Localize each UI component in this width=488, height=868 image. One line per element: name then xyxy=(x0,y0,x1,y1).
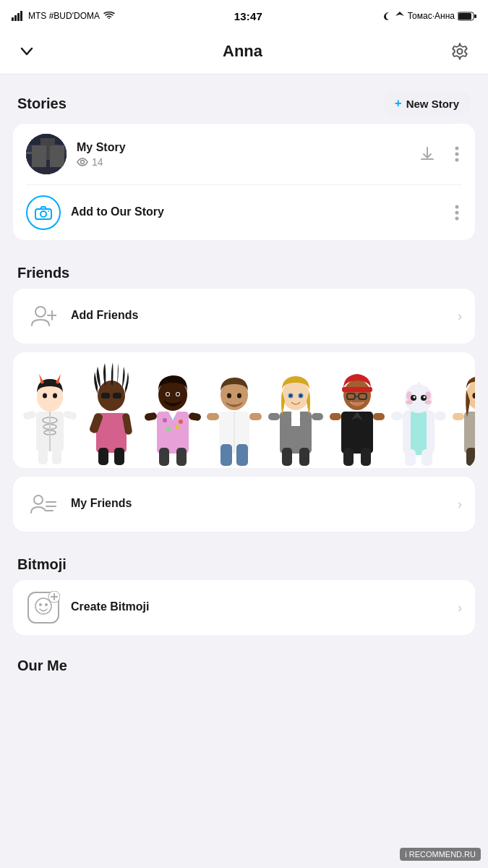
download-button[interactable] xyxy=(416,142,439,166)
svg-rect-99 xyxy=(342,387,372,392)
bitmoji-char-2 xyxy=(80,359,142,468)
svg-point-61 xyxy=(163,418,167,422)
moon-icon xyxy=(382,11,392,21)
svg-rect-87 xyxy=(299,448,309,466)
svg-rect-66 xyxy=(159,448,169,466)
svg-rect-3 xyxy=(20,11,22,21)
my-story-card: My Story 14 xyxy=(13,124,475,240)
bitmoji-char-8 xyxy=(449,359,475,468)
friends-banner[interactable] xyxy=(13,352,475,468)
my-story-name: My Story xyxy=(77,141,416,154)
svg-rect-22 xyxy=(26,134,67,145)
add-friends-icon xyxy=(26,299,61,333)
more-section-title: Our Me xyxy=(17,658,67,673)
add-story-more-button[interactable] xyxy=(452,202,462,224)
svg-rect-17 xyxy=(48,147,51,150)
svg-rect-106 xyxy=(411,410,427,455)
svg-rect-120 xyxy=(435,412,446,420)
svg-rect-18 xyxy=(53,147,57,150)
status-right-text: Томас·Анна xyxy=(408,11,455,21)
bitmoji-floral xyxy=(143,361,202,468)
avatar-scene xyxy=(26,134,67,174)
add-friends-row[interactable]: Add Friends › xyxy=(13,289,475,344)
svg-point-30 xyxy=(455,205,459,209)
svg-rect-85 xyxy=(291,412,300,426)
carrier-text: MTS #BUD'DOMA xyxy=(28,11,100,21)
svg-point-31 xyxy=(455,211,459,215)
bitmoji-skeleton xyxy=(20,361,80,468)
status-bar: MTS #BUD'DOMA 13:47 Томас·Анна xyxy=(0,0,488,32)
svg-rect-10 xyxy=(27,154,30,157)
bitmoji-title: Bitmoji xyxy=(17,556,67,573)
gear-icon xyxy=(450,42,469,61)
svg-point-25 xyxy=(455,153,459,156)
more-vertical-2-icon xyxy=(455,205,459,221)
create-bitmoji-row[interactable]: Create Bitmoji › xyxy=(13,580,475,635)
settings-button[interactable] xyxy=(448,39,472,64)
svg-point-113 xyxy=(413,396,415,399)
create-bitmoji-card: Create Bitmoji › xyxy=(13,580,475,635)
svg-rect-73 xyxy=(144,412,157,422)
svg-rect-78 xyxy=(236,444,248,466)
friends-title: Friends xyxy=(17,265,69,281)
bitmoji-char-1 xyxy=(19,359,80,468)
bitmoji-char-3 xyxy=(142,359,203,468)
bitmoji-char-7 xyxy=(388,359,449,468)
add-friends-card: Add Friends › xyxy=(13,289,475,344)
camera-circle-icon xyxy=(26,195,61,230)
svg-rect-74 xyxy=(188,412,201,422)
my-friends-label: My Friends xyxy=(71,497,132,510)
watermark: i RECOMMEND.RU xyxy=(400,848,481,861)
svg-point-71 xyxy=(166,393,169,396)
status-left: MTS #BUD'DOMA xyxy=(12,11,115,21)
signal-icon xyxy=(12,11,25,21)
bitmoji-blonde xyxy=(266,361,325,468)
story-actions xyxy=(416,142,462,166)
my-friends-icon xyxy=(26,487,61,522)
svg-point-72 xyxy=(176,393,179,396)
svg-rect-41 xyxy=(38,446,48,464)
svg-rect-95 xyxy=(341,412,373,454)
svg-point-65 xyxy=(175,425,179,429)
add-to-our-story-row[interactable]: Add to Our Story xyxy=(13,185,475,240)
my-friends-row[interactable]: My Friends › xyxy=(13,477,475,532)
svg-rect-0 xyxy=(12,17,14,21)
svg-rect-11 xyxy=(32,154,35,157)
svg-rect-117 xyxy=(405,449,416,466)
svg-point-92 xyxy=(299,394,302,397)
bitmoji-char-4 xyxy=(203,359,265,468)
my-friends-chevron: › xyxy=(458,497,462,512)
svg-point-32 xyxy=(455,217,459,221)
svg-rect-1 xyxy=(14,15,17,21)
page-title: Anna xyxy=(223,42,262,61)
svg-point-33 xyxy=(35,307,46,317)
svg-point-80 xyxy=(227,393,231,399)
svg-rect-19 xyxy=(48,153,51,156)
bitmoji-whiteshirt xyxy=(205,361,264,468)
svg-rect-77 xyxy=(221,444,232,466)
svg-point-115 xyxy=(406,400,413,404)
header: Anna xyxy=(0,32,488,75)
bitmoji-unicorn xyxy=(389,361,448,468)
new-story-button[interactable]: + New Story xyxy=(383,90,471,116)
svg-rect-48 xyxy=(22,410,37,420)
more-options-button[interactable] xyxy=(452,143,462,165)
wifi-icon xyxy=(103,12,115,20)
svg-rect-119 xyxy=(391,412,403,420)
svg-rect-49 xyxy=(63,410,77,420)
svg-rect-82 xyxy=(207,413,219,420)
bitmoji-char-6 xyxy=(326,359,388,468)
back-button[interactable] xyxy=(16,41,38,62)
svg-point-46 xyxy=(43,393,47,399)
friends-list-icon xyxy=(30,493,56,515)
svg-rect-13 xyxy=(37,156,46,174)
svg-point-63 xyxy=(179,420,183,424)
more-sections-hint: Our Me xyxy=(0,644,488,674)
svg-rect-12 xyxy=(27,159,30,162)
story-views: 14 xyxy=(77,156,416,168)
plus-icon: + xyxy=(395,96,402,111)
main-content: Stories + New Story xyxy=(0,75,488,696)
svg-point-134 xyxy=(35,598,51,614)
svg-rect-121 xyxy=(464,412,476,454)
my-story-row[interactable]: My Story 14 xyxy=(13,124,475,184)
